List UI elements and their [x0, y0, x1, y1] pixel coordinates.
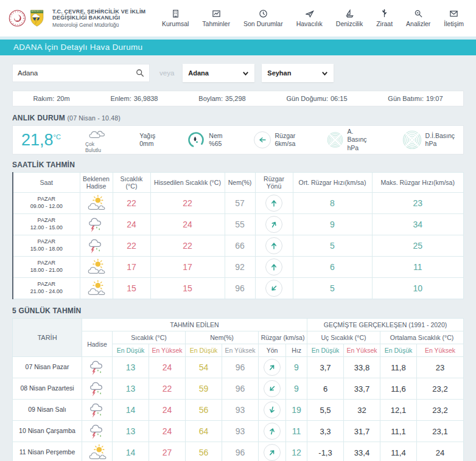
weather-icon — [87, 422, 108, 440]
weather-icon — [86, 237, 107, 255]
actual-pressure-metric: A. BasınçhPa — [327, 128, 370, 151]
nav-item-son-durumlar[interactable]: Son Durumlar — [240, 7, 287, 30]
weather-icon — [87, 443, 108, 461]
plane-icon — [305, 9, 314, 18]
chevron-down-icon — [321, 70, 328, 77]
wind-metric: Rüzgar6km/sa — [254, 131, 295, 148]
wind-direction-icon — [264, 444, 281, 461]
chart-icon — [212, 9, 221, 18]
wind-direction-icon — [254, 131, 271, 148]
location-search-row: veya Adana Seyhan — [12, 64, 464, 82]
hourly-row: PAZAR09.00 - 12.00 22 22 57 8 23 — [13, 193, 464, 214]
weather-icon — [86, 258, 107, 276]
mgm-logo: METEOROLOJİ — [30, 5, 44, 31]
daily-row: 10 Nisan Çarşamba 13 24 64 93 11 3,3 31,… — [13, 421, 464, 442]
nav-item-iletisim[interactable]: İletişim — [440, 7, 467, 30]
search-input[interactable] — [18, 69, 136, 77]
wind-direction-icon — [264, 423, 281, 440]
nav-item-kurumsal[interactable]: Kurumsal — [158, 7, 192, 30]
latitude: Enlem:36,9838 — [110, 95, 158, 102]
mail-icon — [449, 9, 458, 18]
humidity-icon — [187, 131, 205, 149]
location-info-bar: Rakım:20m Enlem:36,9838 Boylam:35,298 Gü… — [12, 91, 464, 106]
nav-item-analizler[interactable]: Analizler — [402, 7, 434, 30]
hourly-row: PAZAR15.00 - 18.00 22 22 66 5 25 — [13, 235, 464, 257]
pressure-icon — [402, 130, 422, 150]
daily-row: 11 Nisan Perşembe 14 27 56 96 12 -1,3 33… — [13, 442, 464, 461]
wind-direction-icon — [265, 195, 282, 212]
sea-level-pressure-metric: D.İ.BasınçhPa — [402, 130, 455, 150]
wind-direction-icon — [264, 359, 281, 376]
daily-section-title: 5 GÜNLÜK TAHMİN — [12, 307, 464, 315]
wind-direction-icon — [265, 216, 282, 233]
daily-row: 09 Nisan Salı 14 24 56 93 19 5,5 32 12,1… — [13, 400, 464, 421]
main-nav: Kurumsal Tahminler Son Durumlar Havacılı… — [158, 7, 467, 30]
wind-direction-icon — [264, 401, 281, 418]
current-section-title: ANLIK DURUM (07 Nisan - 10.48) — [12, 114, 464, 122]
nav-item-tahminler[interactable]: Tahminler — [198, 7, 234, 30]
daily-row: 07 Nisan Pazar 13 24 54 96 9 3,7 33,8 11… — [13, 357, 464, 378]
hourly-forecast-table: Saat Beklenen Hadise Sıcaklık (°C) Hisse… — [12, 172, 464, 299]
hourly-header-row: Saat Beklenen Hadise Sıcaklık (°C) Hisse… — [13, 173, 464, 193]
weather-icon — [86, 215, 107, 234]
ministry-title: T.C. ÇEVRE, ŞEHİRCİLİK VE İKLİM DEĞİŞİKL… — [52, 9, 158, 28]
altitude: Rakım:20m — [33, 95, 69, 102]
precipitation-metric: Yağış0mm — [139, 132, 155, 148]
nav-item-havacilik[interactable]: Havacılık — [293, 7, 326, 30]
hourly-row: PAZAR21.00 - 24.00 15 15 96 5 10 — [13, 278, 464, 299]
sunset: Gün Batımı:19:07 — [388, 95, 443, 102]
sunrise: Gün Doğumu:06:15 — [287, 95, 348, 102]
weather-icon — [87, 401, 108, 419]
hourly-section-title: SAATLİK TAHMİN — [12, 161, 464, 169]
cloudy-icon — [86, 127, 107, 140]
building-icon — [171, 9, 180, 18]
page-title: ADANA İçin Detaylı Hava Durumu — [0, 40, 476, 55]
humidity-metric: Nem%65 — [187, 131, 222, 149]
hourly-row: PAZAR12.00 - 15.00 24 24 55 9 34 — [13, 214, 464, 235]
weather-icon — [86, 279, 107, 297]
current-temperature: 21,8°C — [21, 131, 61, 150]
hourly-row: PAZAR18.00 - 21.00 17 17 92 6 11 — [13, 257, 464, 278]
boat-icon — [345, 9, 354, 18]
wind-direction-icon — [264, 380, 281, 397]
government-logo — [9, 5, 26, 32]
pressure-icon — [327, 130, 343, 150]
clock-icon — [259, 9, 268, 18]
province-select[interactable]: Adana — [183, 64, 254, 82]
weather-icon — [86, 194, 107, 212]
nav-item-denizcilik[interactable]: Denizcilik — [332, 7, 366, 30]
or-label: veya — [159, 69, 174, 77]
longitude: Boylam:35,298 — [198, 95, 245, 102]
daily-forecast-table: TARİH TAHMİN EDİLEN GEÇMİŞTE GERÇEKLEŞEN… — [12, 318, 464, 461]
analysis-icon — [414, 9, 423, 18]
daily-header-group-row: TARİH TAHMİN EDİLEN GEÇMİŞTE GERÇEKLEŞEN… — [13, 319, 464, 331]
wind-direction-icon — [265, 280, 282, 297]
weather-icon — [87, 380, 108, 398]
wind-direction-icon — [265, 258, 282, 276]
wheat-icon — [380, 9, 389, 18]
ministry-line2: Meteoroloji Genel Müdürlüğü — [52, 22, 158, 28]
site-header: METEOROLOJİ T.C. ÇEVRE, ŞEHİRCİLİK VE İK… — [0, 0, 476, 36]
wind-direction-icon — [265, 237, 282, 254]
current-conditions-card: 21,8°C Çok Bulutlu Yağış0mm Nem%65 Rüzga… — [12, 125, 464, 154]
nav-item-ziraat[interactable]: Ziraat — [373, 7, 396, 30]
current-condition: Çok Bulutlu — [85, 127, 108, 153]
search-icon[interactable] — [136, 69, 144, 77]
weather-icon — [87, 358, 108, 376]
ministry-line1: T.C. ÇEVRE, ŞEHİRCİLİK VE İKLİM DEĞİŞİKL… — [52, 9, 158, 21]
search-box — [12, 64, 150, 82]
daily-row: 08 Nisan Pazartesi 13 22 59 96 9 6 33,7 … — [13, 378, 464, 400]
chevron-down-icon — [242, 70, 249, 77]
district-select[interactable]: Seyhan — [262, 64, 334, 82]
